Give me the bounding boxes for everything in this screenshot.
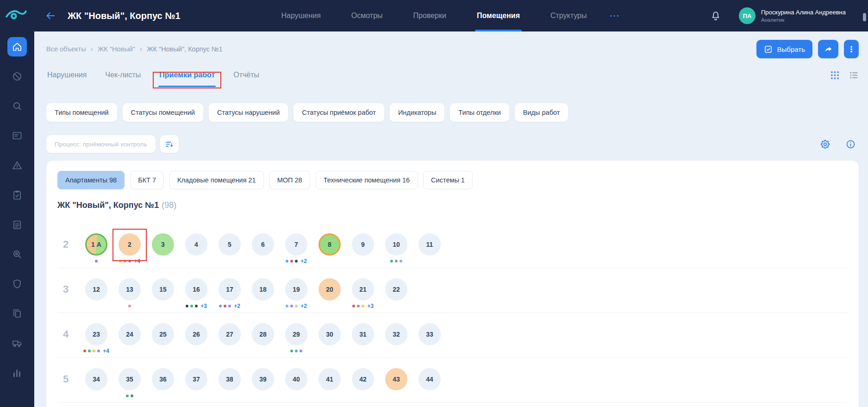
unit-circle[interactable]: 23	[85, 323, 107, 345]
breadcrumb-item[interactable]: ЖК "Новый"	[98, 45, 135, 53]
tab[interactable]: Приёмки работ	[158, 63, 216, 87]
more-count[interactable]: +4	[103, 348, 109, 354]
more-count[interactable]: +2	[234, 303, 240, 309]
filter-chip[interactable]: Типы отделки	[450, 103, 509, 122]
unit-circle[interactable]: 18	[252, 278, 274, 301]
unit-circle[interactable]: 8	[318, 233, 341, 256]
more-count[interactable]: +4	[134, 258, 140, 264]
info-icon[interactable]	[845, 139, 856, 150]
share-button[interactable]	[818, 40, 838, 58]
topbar-nav-item[interactable]: Проверки	[412, 0, 447, 31]
sidebar-item-warning[interactable]	[7, 156, 27, 175]
tab[interactable]: Отчёты	[232, 63, 260, 87]
unit-circle[interactable]: 33	[418, 323, 441, 345]
sort-button[interactable]	[160, 135, 179, 153]
unit-circle[interactable]: 13	[119, 278, 141, 301]
category-chip[interactable]: Технические помещения 16	[316, 171, 418, 189]
grid-view-icon[interactable]	[830, 70, 840, 80]
unit-circle[interactable]: 38	[219, 368, 241, 390]
process-chip[interactable]: Процесс: приёмочный контроль	[46, 135, 156, 153]
topbar-nav-item[interactable]: Структуры	[550, 0, 588, 31]
unit-circle[interactable]: 34	[85, 368, 107, 390]
unit-circle[interactable]: 24	[119, 323, 141, 345]
unit-circle[interactable]: 12	[85, 278, 107, 301]
filter-chip[interactable]: Типы помещений	[46, 103, 117, 122]
unit-circle[interactable]: 27	[219, 323, 241, 345]
topbar-nav-item[interactable]: Помещения	[476, 0, 521, 31]
category-chip[interactable]: БКТ 7	[130, 171, 164, 189]
user-block[interactable]: Проскурина Алина Андреевна Аналитик	[761, 9, 861, 23]
unit-circle[interactable]: 25	[152, 323, 174, 345]
more-count[interactable]: +2	[300, 303, 307, 309]
sidebar-item-documents[interactable]	[7, 304, 27, 323]
sidebar-item-home[interactable]	[7, 37, 27, 56]
category-chip[interactable]: Системы 1	[423, 171, 473, 189]
scrollbar-thumb[interactable]	[863, 13, 866, 21]
unit-circle[interactable]: 43	[385, 368, 407, 390]
more-count[interactable]: +3	[367, 303, 374, 309]
list-view-icon[interactable]	[849, 70, 859, 80]
unit-circle[interactable]: 21	[352, 278, 374, 301]
filter-chip[interactable]: Статусы помещений	[123, 103, 203, 122]
unit-circle[interactable]: 39	[252, 368, 274, 390]
breadcrumb-item[interactable]: Все объекты	[46, 45, 86, 53]
unit-circle[interactable]: 35	[119, 368, 141, 390]
unit-circle[interactable]: 6	[252, 233, 274, 256]
app-logo-icon[interactable]	[6, 8, 27, 24]
notifications-bell-icon[interactable]	[710, 10, 721, 21]
unit-circle[interactable]: 40	[285, 368, 307, 390]
category-chip[interactable]: Апартаменты 98	[57, 171, 125, 189]
unit-circle[interactable]: 3	[152, 233, 174, 256]
tab[interactable]: Нарушения	[46, 63, 87, 87]
unit-circle[interactable]: 4	[185, 233, 207, 256]
filter-chip[interactable]: Виды работ	[515, 103, 568, 122]
unit-circle[interactable]: 22	[385, 278, 407, 301]
category-chip[interactable]: Кладовые помещения 21	[169, 171, 264, 189]
unit-circle[interactable]: 30	[318, 323, 341, 345]
filter-chip[interactable]: Статусы нарушений	[209, 103, 288, 122]
unit-circle[interactable]: 11	[418, 233, 441, 256]
unit-circle[interactable]: 10	[385, 233, 407, 256]
unit-circle[interactable]: 37	[185, 368, 207, 390]
unit-circle[interactable]: 42	[352, 368, 374, 390]
sidebar-item-vehicle[interactable]	[7, 333, 27, 353]
unit-circle[interactable]: 2	[119, 233, 141, 256]
breadcrumb-item[interactable]: ЖК "Новый", Корпус №1	[147, 45, 222, 53]
sidebar-item-clipboard-check[interactable]	[7, 185, 27, 205]
unit-circle[interactable]: 7	[285, 233, 307, 256]
unit-circle[interactable]: 32	[385, 323, 407, 345]
sidebar-item-search-tools[interactable]	[7, 244, 27, 264]
sidebar-item-shield[interactable]	[7, 274, 27, 294]
unit-circle[interactable]: 44	[418, 368, 441, 390]
unit-circle[interactable]: 28	[252, 323, 274, 345]
filter-chip[interactable]: Индикаторы	[390, 103, 444, 122]
topbar-nav-item[interactable]: Осмотры	[350, 0, 384, 31]
unit-circle[interactable]: 16	[185, 278, 207, 301]
filter-chip[interactable]: Статусы приёмок работ	[293, 103, 384, 122]
unit-circle[interactable]: 9	[352, 233, 374, 256]
unit-circle[interactable]: 19	[285, 278, 307, 301]
sidebar-item-ban[interactable]	[7, 67, 27, 86]
more-count[interactable]: +2	[300, 258, 307, 264]
unit-circle[interactable]: 15	[152, 278, 174, 301]
unit-circle[interactable]: 26	[185, 323, 207, 345]
select-button[interactable]: Выбрать	[756, 40, 812, 58]
sidebar-item-search[interactable]	[7, 96, 27, 116]
settings-gear-icon[interactable]	[820, 139, 831, 150]
unit-circle[interactable]: 17	[219, 278, 241, 301]
sidebar-item-panel[interactable]	[7, 126, 27, 145]
unit-circle[interactable]: 20	[318, 278, 341, 301]
unit-circle[interactable]: 1 А	[85, 233, 107, 256]
unit-circle[interactable]: 29	[285, 323, 307, 345]
sidebar-item-clipboard-list[interactable]	[7, 215, 27, 234]
unit-circle[interactable]: 31	[352, 323, 374, 345]
avatar[interactable]: ПА	[739, 7, 756, 24]
unit-circle[interactable]: 41	[318, 368, 341, 390]
kebab-menu-button[interactable]: ⋮	[844, 40, 859, 58]
tab[interactable]: Чек-листы	[104, 63, 142, 87]
more-count[interactable]: +3	[200, 303, 207, 309]
topbar-nav-item[interactable]: Нарушения	[281, 0, 322, 31]
unit-circle[interactable]: 36	[152, 368, 174, 390]
unit-circle[interactable]: 5	[219, 233, 241, 256]
category-chip[interactable]: МОП 28	[269, 171, 310, 189]
